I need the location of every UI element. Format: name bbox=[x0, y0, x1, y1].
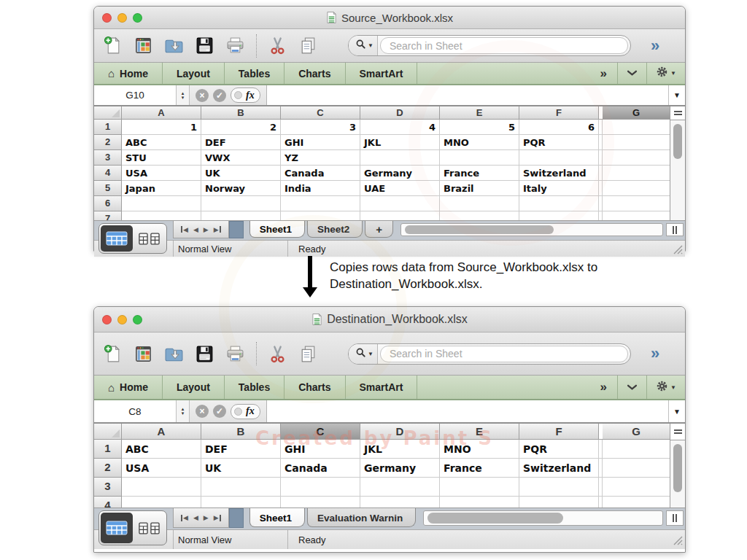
cell[interactable] bbox=[360, 478, 440, 497]
column-header-g[interactable]: G bbox=[603, 424, 670, 440]
cell[interactable]: JKL bbox=[360, 135, 440, 150]
resize-grip[interactable] bbox=[671, 534, 683, 545]
search-scope-caret-icon[interactable]: ▼ bbox=[368, 42, 374, 49]
cell[interactable] bbox=[281, 497, 360, 508]
row-header-4[interactable]: 4 bbox=[94, 166, 122, 181]
sheet-tab-evaluation-warnin[interactable]: Evaluation Warnin bbox=[307, 508, 416, 527]
gallery-icon[interactable] bbox=[133, 344, 153, 364]
cell[interactable]: Switzerland bbox=[519, 459, 599, 478]
sheet-tab--[interactable]: + bbox=[365, 221, 393, 238]
new-document-icon[interactable] bbox=[103, 36, 123, 55]
vertical-scroll-thumb[interactable] bbox=[673, 444, 682, 492]
cell[interactable] bbox=[519, 497, 599, 508]
formula-bar-expand-button[interactable]: ▼ bbox=[668, 400, 685, 422]
cell[interactable] bbox=[440, 478, 519, 497]
column-header-a[interactable]: A bbox=[122, 424, 201, 440]
column-header-g[interactable]: G bbox=[603, 106, 670, 120]
split-handle[interactable] bbox=[670, 106, 685, 120]
cell[interactable]: Japan bbox=[122, 181, 201, 196]
cell[interactable]: USA bbox=[122, 459, 201, 478]
search-input[interactable] bbox=[381, 348, 627, 359]
vertical-scrollbar[interactable] bbox=[670, 106, 685, 220]
ribbon-tab-layout[interactable]: Layout bbox=[163, 63, 225, 84]
cell[interactable] bbox=[201, 196, 281, 211]
first-sheet-icon[interactable]: ◀ bbox=[180, 226, 188, 233]
cell[interactable]: 4 bbox=[360, 120, 440, 135]
column-header-f[interactable]: F bbox=[519, 424, 599, 440]
cell[interactable] bbox=[603, 478, 670, 497]
formula-bar-expand-button[interactable]: ▼ bbox=[668, 85, 685, 105]
column-header-f[interactable]: F bbox=[519, 106, 599, 120]
close-button[interactable] bbox=[102, 315, 112, 324]
cell[interactable] bbox=[603, 166, 670, 181]
cell[interactable] bbox=[519, 211, 599, 220]
last-sheet-icon[interactable]: ▶ bbox=[214, 226, 222, 233]
cut-icon[interactable] bbox=[268, 36, 287, 55]
cell[interactable] bbox=[281, 196, 360, 211]
column-header-b[interactable]: B bbox=[201, 424, 281, 440]
cell[interactable] bbox=[360, 497, 440, 508]
cell[interactable]: France bbox=[440, 166, 519, 181]
cell[interactable] bbox=[519, 150, 599, 166]
cell[interactable] bbox=[281, 478, 360, 497]
cell[interactable]: Brazil bbox=[440, 181, 519, 196]
first-sheet-icon[interactable]: ◀ bbox=[180, 514, 188, 521]
cell[interactable]: Germany bbox=[360, 166, 440, 181]
column-header-a[interactable]: A bbox=[122, 106, 201, 120]
cell[interactable]: Canada bbox=[281, 166, 360, 181]
enter-button[interactable]: ✓ bbox=[213, 89, 226, 102]
column-header-d[interactable]: D bbox=[360, 424, 440, 440]
cell[interactable] bbox=[440, 150, 519, 166]
cell[interactable]: VWX bbox=[201, 150, 281, 166]
row-header-2[interactable]: 2 bbox=[94, 135, 122, 150]
cell[interactable]: 1 bbox=[122, 120, 201, 135]
ribbon-settings-button[interactable]: ▼ bbox=[646, 63, 685, 84]
cell[interactable] bbox=[603, 181, 670, 196]
row-header-1[interactable]: 1 bbox=[94, 440, 122, 459]
save-icon[interactable] bbox=[195, 344, 214, 364]
ribbon-tab-charts[interactable]: Charts bbox=[285, 376, 345, 399]
cell[interactable]: Canada bbox=[281, 459, 360, 478]
cell[interactable] bbox=[603, 150, 670, 166]
minimize-button[interactable] bbox=[117, 13, 127, 23]
select-all-corner[interactable] bbox=[94, 424, 122, 440]
search-scope-caret-icon[interactable]: ▼ bbox=[368, 351, 374, 357]
cell[interactable]: ABC bbox=[122, 135, 201, 150]
cell[interactable]: France bbox=[440, 459, 519, 478]
cell[interactable]: DEF bbox=[201, 135, 281, 150]
minimize-button[interactable] bbox=[117, 315, 127, 324]
sheet-nav-buttons[interactable]: ◀ ◀ ▶ ▶ bbox=[173, 221, 229, 238]
column-header-c[interactable]: C bbox=[281, 106, 360, 120]
ribbon-collapse-button[interactable] bbox=[617, 63, 646, 84]
formula-input[interactable] bbox=[267, 85, 668, 105]
ribbon-tab-home[interactable]: ⌂Home bbox=[94, 63, 163, 84]
row-header-3[interactable]: 3 bbox=[94, 478, 122, 497]
row-header-6[interactable]: 6 bbox=[94, 196, 122, 211]
cell[interactable] bbox=[122, 211, 201, 220]
cell[interactable]: 6 bbox=[519, 120, 599, 135]
sheet-tab-sheet1[interactable]: Sheet1 bbox=[249, 508, 305, 527]
ribbon-settings-button[interactable]: ▼ bbox=[646, 376, 685, 399]
prev-sheet-icon[interactable]: ◀ bbox=[193, 514, 198, 521]
cell[interactable]: MNO bbox=[440, 440, 519, 459]
enter-button[interactable]: ✓ bbox=[213, 405, 226, 418]
zoom-button[interactable] bbox=[133, 315, 142, 324]
cell[interactable]: GHI bbox=[281, 440, 360, 459]
vertical-scrollbar[interactable] bbox=[670, 424, 685, 508]
cell[interactable] bbox=[201, 478, 281, 497]
last-sheet-icon[interactable]: ▶ bbox=[214, 514, 222, 521]
column-header-e[interactable]: E bbox=[440, 424, 519, 440]
cell[interactable] bbox=[603, 211, 670, 220]
ribbon-tab-home[interactable]: ⌂Home bbox=[94, 376, 163, 399]
gallery-icon[interactable] bbox=[133, 36, 153, 55]
name-box-stepper[interactable]: ▴▾ bbox=[177, 400, 190, 422]
horizontal-split-handle[interactable] bbox=[666, 223, 684, 236]
cell[interactable] bbox=[122, 196, 201, 211]
ribbon-tab-layout[interactable]: Layout bbox=[163, 376, 225, 399]
horizontal-scroll-thumb[interactable] bbox=[427, 513, 563, 524]
cell[interactable]: 5 bbox=[440, 120, 519, 135]
save-icon[interactable] bbox=[195, 36, 214, 55]
ribbon-tab-tables[interactable]: Tables bbox=[225, 63, 285, 84]
cell[interactable] bbox=[122, 497, 201, 508]
function-builder-button[interactable]: fx bbox=[231, 404, 260, 419]
